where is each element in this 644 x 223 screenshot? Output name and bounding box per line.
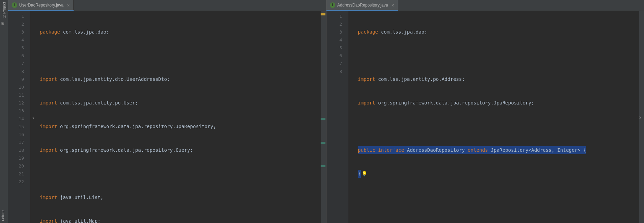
code-editor-left[interactable]: ‹ 1 2 3 4 5 6 7 8 9 10 11 12 13 14 15 16… [8,11,326,223]
close-icon[interactable]: × [67,2,70,8]
code-area-right[interactable]: package com.lss.jpa.dao; import com.lss.… [348,11,644,223]
tab-userdao[interactable]: UserDaoRepository.java × [8,0,74,11]
structure-tool-button[interactable]: ucture [0,208,5,223]
code-editor-right[interactable]: › 1 2 3 4 5 6 7 8 package com.lss.jpa.da… [326,11,644,223]
tool-window-bar-left: 1: Project ▣ ucture [0,0,8,223]
editor-pane-right: AddressDaoRepository.java × › 1 2 3 4 5 … [326,0,644,223]
editor-splitter: UserDaoRepository.java × ‹ 1 2 3 4 5 6 7… [8,0,644,223]
tab-addressdao[interactable]: AddressDaoRepository.java × [326,0,398,11]
interface-icon [330,2,335,8]
editor-tabs-right: AddressDaoRepository.java × [326,0,644,11]
interface-icon [12,2,17,8]
project-tool-button[interactable]: 1: Project [2,2,6,18]
chevron-left-icon[interactable]: ‹ [32,113,35,121]
lightbulb-icon[interactable]: 💡 [361,170,367,178]
editor-tabs-left: UserDaoRepository.java × [8,0,326,11]
chevron-right-icon[interactable]: › [638,113,642,121]
gutter-right[interactable]: 1 2 3 4 5 6 7 8 [326,11,348,223]
diff-marker[interactable] [321,118,325,120]
code-area-left[interactable]: package com.lss.jpa.dao; import com.lss.… [30,11,326,223]
tab-label: AddressDaoRepository.java [337,3,388,8]
tab-label: UserDaoRepository.java [19,3,63,8]
editor-pane-left: UserDaoRepository.java × ‹ 1 2 3 4 5 6 7… [8,0,326,223]
status-marker [321,13,325,15]
folder-icon: ▣ [2,21,7,25]
scrollbar-left[interactable] [321,11,326,223]
gutter-left[interactable]: 1 2 3 4 5 6 7 8 9 10 11 12 13 14 15 16 1… [8,11,30,223]
diff-marker[interactable] [321,165,325,167]
close-icon[interactable]: × [391,2,394,8]
diff-marker[interactable] [321,142,325,144]
